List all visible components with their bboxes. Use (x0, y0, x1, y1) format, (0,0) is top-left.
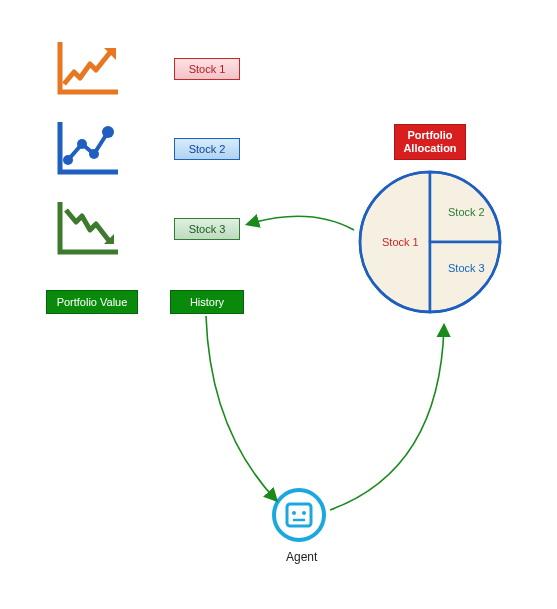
stock3-chart-icon (54, 198, 124, 258)
svg-rect-6 (287, 504, 311, 526)
pie-slice-s3-label: Stock 3 (448, 262, 485, 274)
portfolio-value-badge: Portfolio Value (46, 290, 138, 314)
stock2-label: Stock 2 (174, 138, 240, 160)
stock1-chart-icon (54, 38, 124, 98)
stock3-label-text: Stock 3 (189, 223, 226, 235)
portfolio-value-text: Portfolio Value (57, 296, 128, 308)
pie-chart (356, 168, 504, 320)
agent-label: Agent (286, 550, 317, 564)
history-text: History (190, 296, 224, 308)
stock2-chart-icon (54, 118, 124, 178)
svg-point-2 (89, 149, 99, 159)
svg-point-3 (102, 126, 114, 138)
svg-point-8 (302, 511, 306, 515)
svg-point-0 (63, 155, 73, 165)
pie-slice-s2-label: Stock 2 (448, 206, 485, 218)
pie-slice-s1-label: Stock 1 (382, 236, 419, 248)
svg-point-5 (274, 490, 324, 540)
stock1-label: Stock 1 (174, 58, 240, 80)
stock1-label-text: Stock 1 (189, 63, 226, 75)
svg-point-1 (77, 139, 87, 149)
portfolio-allocation-badge: Portfolio Allocation (394, 124, 466, 160)
agent-icon (272, 488, 326, 542)
portfolio-allocation-text: Portfolio Allocation (403, 129, 456, 155)
stock3-label: Stock 3 (174, 218, 240, 240)
stock2-label-text: Stock 2 (189, 143, 226, 155)
history-badge: History (170, 290, 244, 314)
svg-point-7 (292, 511, 296, 515)
